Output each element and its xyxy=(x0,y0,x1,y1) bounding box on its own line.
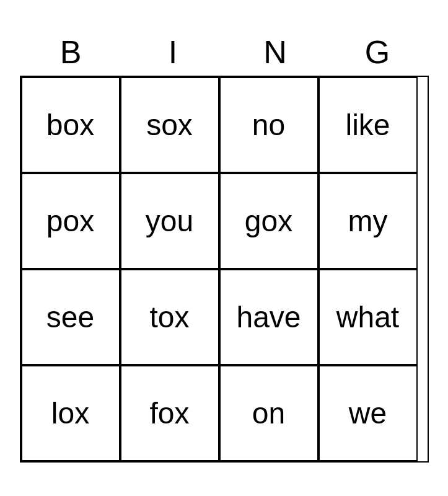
cell-1-3: my xyxy=(318,173,418,269)
header-b: B xyxy=(21,33,120,71)
header-g: G xyxy=(328,33,427,71)
cell-3-1: fox xyxy=(120,365,219,461)
cell-1-2: gox xyxy=(219,173,318,269)
cell-0-1: sox xyxy=(120,77,219,173)
cell-2-3: what xyxy=(318,269,418,365)
bingo-row: see tox have what xyxy=(21,269,428,365)
header-i: I xyxy=(123,33,222,71)
cell-0-2: no xyxy=(219,77,318,173)
cell-3-0: lox xyxy=(21,365,120,461)
bingo-row: lox fox on we xyxy=(21,365,428,461)
cell-2-2: have xyxy=(219,269,318,365)
bingo-row: pox you gox my xyxy=(21,173,428,269)
cell-0-0: box xyxy=(21,77,120,173)
cell-3-2: on xyxy=(219,365,318,461)
bingo-header: B I N G xyxy=(20,33,429,71)
cell-1-1: you xyxy=(120,173,219,269)
cell-2-0: see xyxy=(21,269,120,365)
bingo-card: B I N G box sox no like pox you gox my s… xyxy=(20,33,429,463)
bingo-row: box sox no like xyxy=(21,77,428,173)
bingo-grid: box sox no like pox you gox my see tox h… xyxy=(20,76,429,463)
cell-3-3: we xyxy=(318,365,418,461)
cell-1-0: pox xyxy=(21,173,120,269)
cell-2-1: tox xyxy=(120,269,219,365)
cell-0-3: like xyxy=(318,77,418,173)
header-n: N xyxy=(226,33,325,71)
